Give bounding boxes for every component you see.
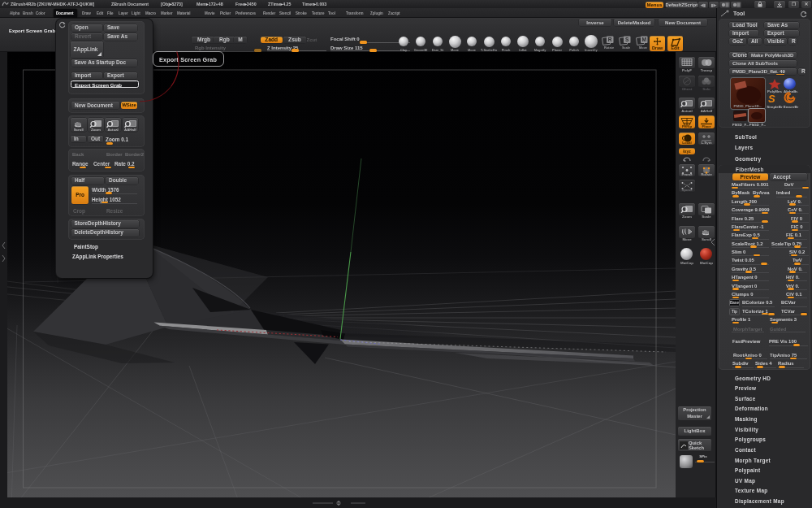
svg-text:R: R [608, 37, 612, 42]
svg-text:M: M [641, 37, 646, 42]
svg-text:S: S [625, 37, 629, 42]
